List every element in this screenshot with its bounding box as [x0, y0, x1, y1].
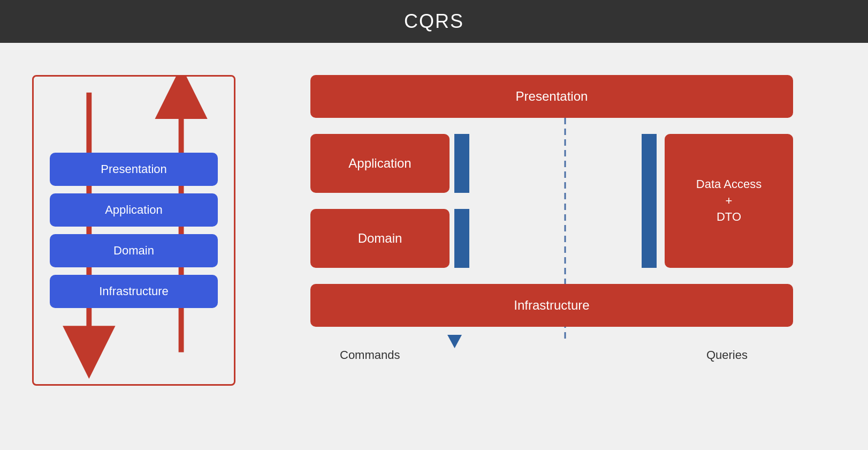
- right-diagram: Presentation Application Domain Infrastr…: [278, 75, 836, 439]
- page-header: CQRS: [0, 0, 868, 43]
- right-infrastructure-box: Infrastructure: [310, 284, 793, 327]
- left-application-box: Application: [50, 193, 218, 227]
- right-data-access-box: Data Access+DTO: [665, 134, 793, 268]
- svg-rect-8: [454, 209, 469, 268]
- page-title: CQRS: [404, 10, 464, 33]
- left-presentation-box: Presentation: [50, 153, 218, 186]
- queries-label: Queries: [706, 348, 748, 362]
- commands-label: Commands: [340, 348, 400, 362]
- main-content: Presentation Application Domain Infrastr…: [0, 43, 868, 450]
- left-diagram: Presentation Application Domain Infrastr…: [32, 75, 235, 386]
- left-domain-box: Domain: [50, 234, 218, 267]
- right-presentation-box: Presentation: [310, 75, 793, 118]
- right-application-box: Application: [310, 134, 450, 193]
- svg-rect-7: [454, 134, 469, 193]
- svg-rect-12: [642, 134, 657, 268]
- right-domain-box: Domain: [310, 209, 450, 268]
- left-arrows-svg: [34, 77, 234, 384]
- left-infrastructure-box: Infrastructure: [50, 275, 218, 308]
- svg-marker-10: [447, 335, 462, 348]
